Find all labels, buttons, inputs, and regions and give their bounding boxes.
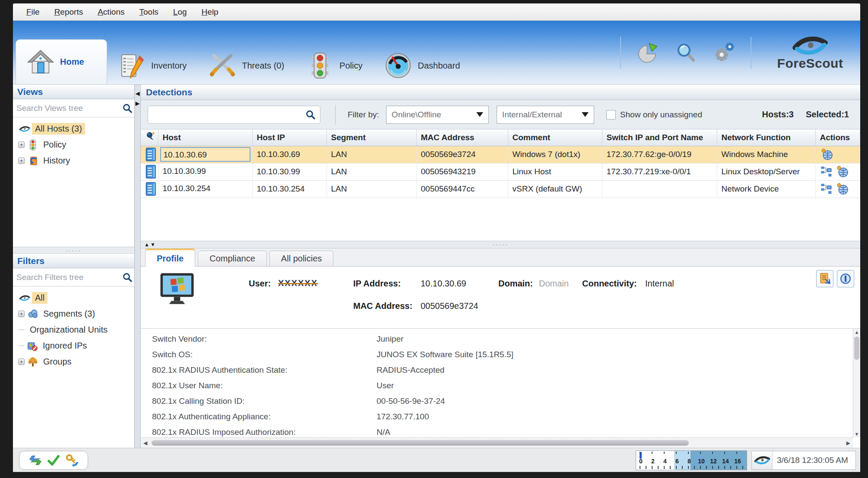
scale-tick-label: 2 — [651, 458, 655, 465]
magnifier-small-icon[interactable] — [122, 272, 133, 283]
tree-item-ignored-ips[interactable]: + Ignored IPs — [15, 338, 133, 354]
detail-tab-compliance[interactable]: Compliance — [198, 251, 267, 266]
brand-text: ForeScout — [777, 56, 843, 71]
hosts-search-input[interactable] — [152, 110, 305, 120]
column-header-mac-address[interactable]: MAC Address — [416, 129, 508, 146]
property-row: Switch OS: JUNOS EX Software Suite [15.1… — [152, 347, 853, 362]
scroll-up-icon[interactable]: ▲ — [855, 330, 859, 335]
options-gear-icon[interactable] — [713, 41, 735, 64]
scroll-left-icon[interactable]: ◀ — [143, 440, 147, 446]
horizontal-scrollbar[interactable]: ◀ ▶ — [141, 437, 853, 448]
expand-icon[interactable]: + — [18, 157, 25, 164]
status-bar: 0246810121416 3/6/18 12:30:05 AM — [13, 448, 860, 472]
host-detail-pane: Profile Compliance All policies User: XX… — [141, 248, 860, 448]
export-button[interactable] — [816, 270, 833, 287]
collapse-right-icon[interactable]: ▶ — [136, 101, 140, 106]
tree-item-all[interactable]: + All — [15, 290, 133, 306]
tree-item-organizational-units[interactable]: + Organizational Units — [15, 322, 133, 338]
inventory-icon — [118, 52, 145, 79]
host-properties: Switch Vendor: Juniper Switch OS: JUNOS … — [141, 329, 860, 448]
selected-count: Selected:1 — [806, 110, 849, 120]
app-window: File Reports Actions Tools Log Help Home… — [13, 3, 860, 472]
checkbox[interactable] — [606, 110, 616, 120]
menu-item-file[interactable]: File — [19, 7, 47, 17]
splitter-arrows-icon[interactable]: ▲▼ — [144, 242, 156, 248]
scroll-down-icon[interactable]: ▼ — [855, 431, 859, 437]
action-diagram-icon[interactable] — [820, 165, 834, 179]
host-cell[interactable]: 10.10.30.254 — [160, 182, 250, 196]
detail-tab-all-policies[interactable]: All policies — [269, 251, 333, 266]
menu-item-tools[interactable]: Tools — [132, 7, 166, 17]
load-scale: 0246810121416 — [636, 450, 747, 470]
expand-icon[interactable]: + — [18, 358, 25, 365]
menu-item-reports[interactable]: Reports — [47, 7, 91, 17]
scrollbar-thumb[interactable] — [152, 440, 689, 446]
sync-icon[interactable] — [29, 453, 42, 467]
views-search — [13, 99, 134, 117]
tree-item-segments-3-[interactable]: + Segments (3) — [15, 306, 133, 322]
detail-splitter[interactable]: ▲▼ ····· — [141, 241, 860, 248]
actions-cell[interactable] — [815, 180, 860, 198]
tree-item-history[interactable]: + History — [15, 153, 133, 169]
magnifier-small-icon[interactable] — [122, 103, 133, 113]
scale-tick-label: 4 — [663, 458, 667, 465]
column-header-host-ip[interactable]: Host IP — [252, 129, 326, 146]
sidebar-splitter[interactable]: ····· — [13, 247, 134, 254]
show-unassigned-checkbox-row[interactable]: Show only unassigned — [606, 110, 702, 120]
check-icon[interactable] — [47, 453, 60, 467]
tree-item-policy[interactable]: + Policy — [15, 137, 133, 153]
magnifier-small-icon[interactable] — [305, 110, 316, 120]
action-globe-icon[interactable] — [820, 148, 834, 161]
menu-item-actions[interactable]: Actions — [90, 7, 132, 17]
collapse-left-icon[interactable]: ◀ — [136, 91, 140, 96]
toolbar-tab-home[interactable]: Home — [16, 39, 107, 84]
toolbar-tab-dashboard[interactable]: Dashboard — [374, 47, 471, 84]
tree-item-all-hosts-3-[interactable]: + All Hosts (3) — [15, 121, 133, 137]
host-cell[interactable]: 10.10.30.69 — [160, 147, 250, 162]
key-icon[interactable] — [65, 453, 79, 467]
scrollbar-thumb[interactable] — [854, 336, 859, 360]
column-header-actions[interactable]: Actions — [815, 129, 860, 146]
column-header-comment[interactable]: Comment — [508, 129, 602, 146]
views-search-input[interactable] — [16, 104, 122, 113]
action-globe-icon[interactable] — [836, 182, 849, 196]
actions-cell[interactable] — [815, 146, 860, 163]
table-row[interactable]: 10.10.30.254 10.10.30.254 LAN 0050569447… — [141, 180, 860, 198]
threats-icon — [209, 52, 236, 79]
host-icon — [145, 182, 158, 196]
filters-search-input[interactable] — [16, 273, 122, 282]
search-icon[interactable] — [675, 41, 697, 64]
action-diagram-icon[interactable] — [820, 182, 834, 196]
action-globe-icon[interactable] — [836, 165, 849, 179]
menu-item-log[interactable]: Log — [166, 7, 194, 17]
toolbar-tab-threats-0-[interactable]: Threats (0) — [198, 47, 295, 84]
column-header-host[interactable]: Host — [158, 129, 252, 146]
views-panel-title: Views — [13, 85, 134, 99]
column-header-switch-ip-and-port-name[interactable]: Switch IP and Port Name — [602, 129, 717, 146]
scale-tick-label: 6 — [675, 458, 679, 465]
sidebar: Views + All Hosts (3) + Policy — [13, 85, 135, 448]
tree-item-groups[interactable]: + Groups — [15, 354, 133, 370]
menu-item-help[interactable]: Help — [194, 7, 226, 17]
online-offline-dropdown[interactable]: Online\Offline — [386, 106, 489, 124]
expand-icon[interactable]: + — [18, 142, 25, 148]
hosts-count: Hosts:3 — [762, 110, 794, 120]
column-header-network-function[interactable]: Network Function — [717, 129, 815, 146]
reports-pie-icon[interactable] — [637, 41, 659, 64]
column-header-segment[interactable]: Segment — [326, 129, 416, 146]
scroll-right-icon[interactable]: ▶ — [846, 440, 850, 446]
internal-external-dropdown[interactable]: Internal/External — [497, 106, 594, 124]
toolbar-tab-policy[interactable]: Policy — [295, 47, 374, 84]
ip-label: IP Address: — [353, 279, 401, 289]
toolbar-tab-inventory[interactable]: Inventory — [107, 47, 198, 84]
pin-icon[interactable] — [145, 131, 156, 142]
table-row[interactable]: 10.10.30.69 10.10.30.69 LAN 0050569e3724… — [141, 146, 860, 163]
actions-cell[interactable] — [815, 163, 860, 180]
forescout-logo: ForeScout — [767, 35, 853, 71]
vertical-scrollbar[interactable]: ▲ ▼ — [853, 329, 860, 437]
info-button[interactable] — [837, 270, 854, 287]
table-row[interactable]: 10.10.30.99 10.10.30.99 LAN 005056943219… — [141, 163, 860, 180]
detail-tab-profile[interactable]: Profile — [145, 248, 195, 267]
expand-icon[interactable]: + — [18, 311, 25, 317]
host-cell[interactable]: 10.10.30.99 — [160, 164, 250, 179]
